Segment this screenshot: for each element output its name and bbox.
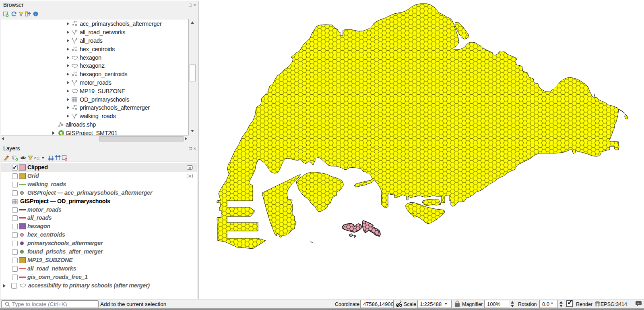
svg-text:ε: ε xyxy=(34,155,36,160)
